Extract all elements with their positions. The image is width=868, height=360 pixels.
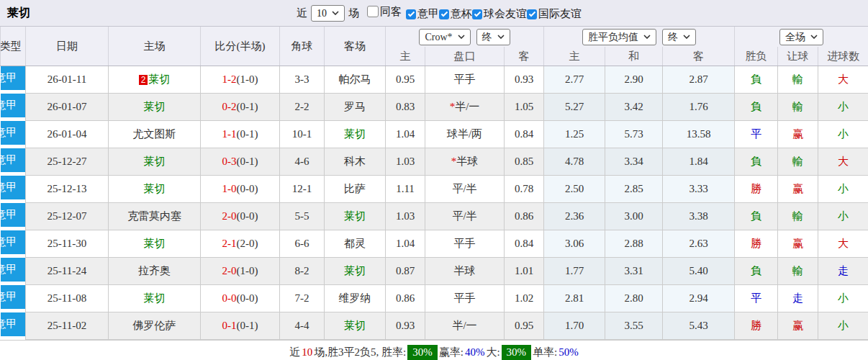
cell-goals-result: 小 — [818, 203, 868, 230]
handicap-text: 球半/两 — [447, 128, 482, 140]
cell-score: 1-2(1-0) — [201, 66, 280, 94]
avg-stage-select[interactable]: 终 — [662, 29, 696, 45]
subheader-result: 胜负 — [735, 47, 778, 66]
cell-home-odds: 1.04 — [386, 230, 425, 258]
subheader-avg-home: 主 — [544, 47, 605, 66]
cell-home-odds: 1.03 — [386, 148, 425, 176]
cell-corner: 3-3 — [280, 66, 325, 94]
cell-away-odds: 1.01 — [505, 258, 544, 285]
league-label: 意甲 — [1, 235, 17, 249]
cell-league: 意甲 — [1, 148, 26, 176]
league-tag: 意甲 — [1, 230, 26, 254]
avg-type-select[interactable]: 胜平负均值 — [582, 29, 656, 45]
summary-text: 近 — [289, 346, 300, 359]
cell-corner: 8-2 — [280, 258, 325, 285]
cell-result: 負 — [735, 94, 778, 121]
cell-date: 25-12-13 — [26, 176, 109, 203]
scope-select[interactable]: 全场 — [779, 29, 823, 45]
cell-handicap: *半/一 — [425, 94, 505, 121]
halftime-score: (0-1) — [237, 128, 258, 140]
cell-avg-away: 2.94 — [663, 285, 735, 312]
cell-handicap: *半球 — [425, 148, 505, 176]
cell-avg-home: 3.06 — [544, 230, 605, 258]
checkbox-label: 国际友谊 — [538, 7, 582, 21]
cell-handicap: 平/半 — [425, 176, 505, 203]
home-team-name: 克雷莫内塞 — [127, 210, 181, 222]
cell-goals-result: 大 — [818, 66, 868, 94]
cell-avg-away: 5.43 — [663, 312, 735, 340]
cell-league: 意甲 — [1, 66, 26, 94]
halftime-score: (2-0) — [237, 238, 258, 249]
check-icon — [528, 11, 536, 17]
cell-corner: 4-4 — [280, 312, 325, 340]
cell-league: 意甲 — [1, 230, 26, 258]
cell-league: 意甲 — [1, 285, 26, 312]
home-team-name: 莱切 — [144, 238, 166, 249]
table-row: 意甲26-01-07莱切0-2(0-1)2-2罗马0.83*半/一1.055.2… — [1, 94, 868, 121]
odds-stage-select[interactable]: 终 — [476, 29, 510, 45]
result-group-header: 全场 — [735, 27, 868, 47]
cell-avg-away: 5.40 — [663, 258, 735, 285]
cell-handicap: 平手 — [425, 230, 505, 258]
cell-handicap-result: 赢 — [778, 230, 818, 258]
cell-handicap-result: 走 — [778, 285, 818, 312]
cell-result: 勝 — [735, 230, 778, 258]
cell-handicap-result: 輸 — [778, 148, 818, 176]
checkbox-checked[interactable] — [439, 9, 449, 19]
handicap-text: 平/半 — [452, 183, 476, 194]
cell-handicap-result: 輸 — [778, 94, 818, 121]
cell-handicap-result: 赢 — [778, 176, 818, 203]
cell-score: 2-0(1-0) — [201, 258, 280, 285]
fulltime-score: 1-2 — [222, 73, 237, 85]
cell-date: 25-12-07 — [26, 203, 109, 230]
cell-result: 負 — [735, 66, 778, 94]
filter-checkbox-item: 意杯 — [439, 7, 472, 21]
cell-corner: 4-6 — [280, 148, 325, 176]
cell-home-team: 莱切 — [109, 176, 201, 203]
cell-away-team: 都灵 — [325, 230, 386, 258]
cell-avg-home: 1.70 — [544, 312, 605, 340]
cell-avg-home: 2.50 — [544, 176, 605, 203]
chevron-down-icon — [643, 35, 651, 39]
league-tag: 意甲 — [1, 94, 26, 117]
cell-result: 負 — [735, 148, 778, 176]
cell-avg-away: 13.58 — [663, 121, 735, 148]
cell-date: 25-11-24 — [26, 258, 109, 285]
cell-avg-home: 1.77 — [544, 258, 605, 285]
cell-handicap-result: 赢 — [778, 121, 818, 148]
cell-result: 平 — [735, 285, 778, 312]
cell-goals-result: 走 — [818, 258, 868, 285]
halftime-score: (0-1) — [237, 156, 258, 167]
match-history-panel: 莱切 近 10 场 同客意甲意杯球会友谊国际友谊 类型 日期 主场 比分(半场) — [0, 0, 868, 360]
rank-badge: 2 — [139, 75, 148, 85]
cell-corner: 6-6 — [280, 230, 325, 258]
checkbox-checked[interactable] — [406, 9, 416, 19]
cell-away-team: 罗马 — [325, 94, 386, 121]
cell-score: 2-1(2-0) — [201, 230, 280, 258]
league-tag: 意甲 — [1, 176, 26, 199]
near-label: 近 — [297, 6, 307, 20]
percent-badge: 30% — [407, 345, 438, 360]
cell-avg-home: 1.25 — [544, 121, 605, 148]
fulltime-score: 2-0 — [222, 265, 237, 276]
halftime-score: (0-0) — [237, 210, 258, 222]
league-filter-checkboxes: 同客意甲意杯球会友谊国际友谊 — [363, 5, 582, 22]
recent-count-select[interactable]: 10 — [311, 5, 345, 22]
checkbox-unchecked[interactable] — [367, 6, 379, 17]
fulltime-score: 1-0 — [222, 183, 237, 194]
summary-text: 40% — [465, 346, 485, 359]
cell-goals-result: 小 — [818, 285, 868, 312]
cell-goals-result: 大 — [818, 230, 868, 258]
checkbox-checked[interactable] — [472, 9, 482, 19]
subheader-avg-draw: 和 — [605, 47, 663, 66]
filter-checkbox-item: 意甲 — [406, 7, 439, 21]
col-header-type: 类型 — [1, 27, 26, 66]
cell-home-team: 莱切 — [109, 285, 201, 312]
odds-company-select[interactable]: Crow* — [419, 29, 470, 45]
checkbox-checked[interactable] — [527, 9, 537, 19]
cell-home-odds: 0.95 — [386, 66, 425, 94]
away-team-name: 都灵 — [344, 238, 366, 249]
fulltime-score: 2-0 — [222, 210, 237, 222]
cell-corner: 10-1 — [280, 121, 325, 148]
league-tag: 意甲 — [1, 258, 26, 282]
